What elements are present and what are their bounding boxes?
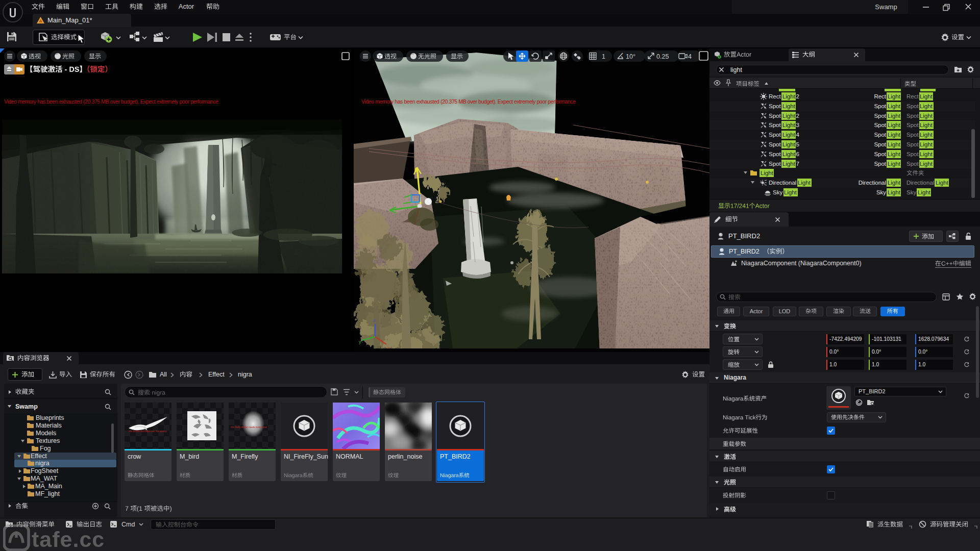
svg-text:4: 4 (688, 53, 692, 60)
svg-text:tafe.cc: tafe.cc (32, 527, 105, 551)
svg-text:10°: 10° (626, 53, 635, 60)
svg-text:1: 1 (602, 53, 605, 60)
svg-text:z: z (373, 318, 376, 323)
svg-text:0.25: 0.25 (656, 53, 669, 60)
svg-text:this firefly shader needs tuni: this firefly shader needs tuning now (231, 426, 267, 429)
svg-text:this terrible bird flaps over: this terrible bird flaps over the swamp (129, 430, 167, 433)
svg-text:y: y (359, 339, 361, 344)
